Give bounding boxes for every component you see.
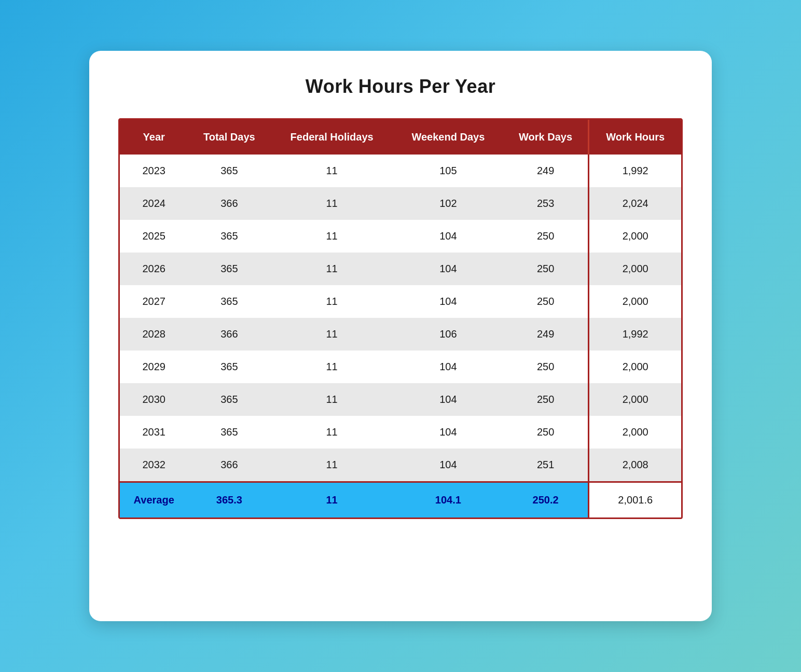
cell-federal_holidays: 11 [270,318,393,351]
cell-year: 2031 [120,416,188,449]
cell-total_days: 366 [188,449,270,482]
cell-weekend_days: 104 [393,220,503,253]
cell-total_days: 365 [188,416,270,449]
cell-weekend_days: 104 [393,351,503,383]
footer-row: Average 365.3 11 104.1 250.2 2,001.6 [120,482,681,518]
cell-work_hours: 2,000 [589,220,681,253]
cell-total_days: 365 [188,253,270,285]
cell-work_hours: 2,024 [589,187,681,220]
cell-year: 2032 [120,449,188,482]
cell-total_days: 365 [188,155,270,187]
table-row: 2029365111042502,000 [120,351,681,383]
cell-weekend_days: 104 [393,449,503,482]
cell-work_days: 251 [503,449,589,482]
table-row: 2028366111062491,992 [120,318,681,351]
cell-total_days: 365 [188,220,270,253]
cell-work_days: 250 [503,285,589,318]
table-row: 2024366111022532,024 [120,187,681,220]
cell-work_days: 249 [503,318,589,351]
table-row: 2032366111042512,008 [120,449,681,482]
cell-weekend_days: 102 [393,187,503,220]
card: Work Hours Per Year Year Total Days Fede… [89,51,712,621]
cell-work_hours: 2,000 [589,285,681,318]
table-row: 2030365111042502,000 [120,383,681,416]
cell-weekend_days: 104 [393,383,503,416]
cell-year: 2027 [120,285,188,318]
cell-year: 2028 [120,318,188,351]
cell-year: 2026 [120,253,188,285]
cell-work_days: 250 [503,253,589,285]
col-header-year: Year [120,120,188,155]
page-title: Work Hours Per Year [306,76,495,97]
table-row: 2026365111042502,000 [120,253,681,285]
cell-total_days: 366 [188,318,270,351]
col-header-federal-holidays: Federal Holidays [270,120,393,155]
cell-federal_holidays: 11 [270,187,393,220]
table-row: 2031365111042502,000 [120,416,681,449]
cell-weekend_days: 104 [393,285,503,318]
cell-work_hours: 2,000 [589,383,681,416]
table-row: 2025365111042502,000 [120,220,681,253]
footer-work-days: 250.2 [503,482,589,518]
cell-federal_holidays: 11 [270,285,393,318]
cell-total_days: 366 [188,187,270,220]
cell-total_days: 365 [188,351,270,383]
cell-work_hours: 2,000 [589,351,681,383]
header-row: Year Total Days Federal Holidays Weekend… [120,120,681,155]
col-header-total-days: Total Days [188,120,270,155]
cell-federal_holidays: 11 [270,155,393,187]
cell-year: 2029 [120,351,188,383]
footer-work-hours: 2,001.6 [589,482,681,518]
cell-work_days: 250 [503,416,589,449]
table-row: 2027365111042502,000 [120,285,681,318]
cell-work_hours: 1,992 [589,155,681,187]
cell-work_days: 250 [503,383,589,416]
col-header-weekend-days: Weekend Days [393,120,503,155]
cell-weekend_days: 105 [393,155,503,187]
col-header-work-hours: Work Hours [589,120,681,155]
cell-work_days: 250 [503,351,589,383]
col-header-work-days: Work Days [503,120,589,155]
table-row: 2023365111052491,992 [120,155,681,187]
cell-federal_holidays: 11 [270,351,393,383]
cell-federal_holidays: 11 [270,449,393,482]
cell-weekend_days: 104 [393,416,503,449]
footer-total-days: 365.3 [188,482,270,518]
cell-work_days: 250 [503,220,589,253]
cell-weekend_days: 106 [393,318,503,351]
footer-federal-holidays: 11 [270,482,393,518]
cell-weekend_days: 104 [393,253,503,285]
cell-work_hours: 1,992 [589,318,681,351]
cell-federal_holidays: 11 [270,253,393,285]
cell-year: 2030 [120,383,188,416]
cell-federal_holidays: 11 [270,220,393,253]
cell-work_days: 253 [503,187,589,220]
cell-total_days: 365 [188,285,270,318]
cell-work_hours: 2,008 [589,449,681,482]
cell-total_days: 365 [188,383,270,416]
table-wrapper: Year Total Days Federal Holidays Weekend… [118,118,683,519]
cell-year: 2024 [120,187,188,220]
footer-weekend-days: 104.1 [393,482,503,518]
cell-work_days: 249 [503,155,589,187]
footer-label: Average [120,482,188,518]
cell-work_hours: 2,000 [589,253,681,285]
cell-federal_holidays: 11 [270,416,393,449]
cell-federal_holidays: 11 [270,383,393,416]
data-table: Year Total Days Federal Holidays Weekend… [120,120,681,517]
cell-year: 2025 [120,220,188,253]
cell-year: 2023 [120,155,188,187]
cell-work_hours: 2,000 [589,416,681,449]
